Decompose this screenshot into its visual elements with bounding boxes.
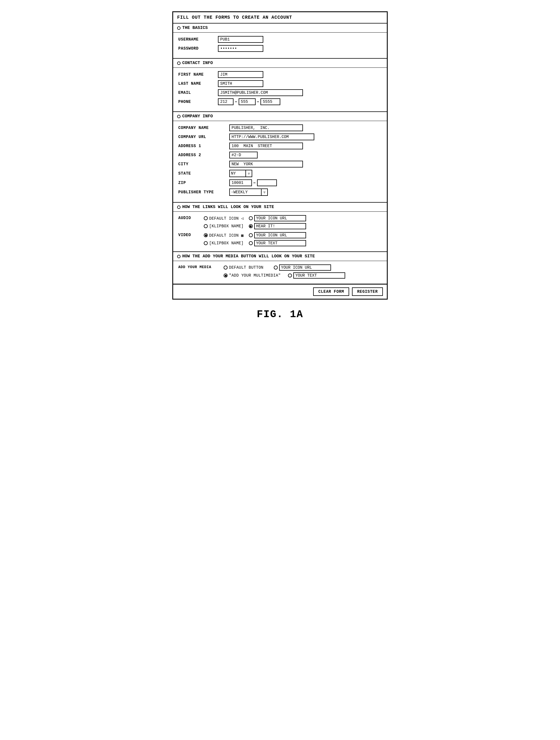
state-select-wrapper[interactable]: NYCATXFL ▽ [229, 170, 252, 177]
section-label-links: HOW THE LINKS WILL LOOK ON YOUR SITE [182, 205, 274, 209]
section-label-company: COMPANY INFO [182, 114, 213, 119]
section-body-media-button: ADD YOUR MEDIA DEFAULT BUTTON [173, 261, 387, 284]
section-radio-company [177, 115, 181, 118]
company-url-label: COMPANY URL [178, 134, 229, 139]
phone-row: PHONE – – [178, 98, 382, 105]
video-klipbox-radio[interactable] [204, 241, 208, 245]
lastname-input[interactable] [218, 80, 263, 87]
section-header-contact: CONTACT INFO [173, 59, 387, 68]
video-options: DEFAULT ICON ▦ [KLIPBOX NAME] [204, 232, 306, 246]
register-button[interactable]: REGISTER [352, 287, 383, 296]
zip-row: ZIP – [178, 179, 382, 186]
section-media-button: HOW THE ADD YOUR MEDIA BUTTON WILL LOOK … [173, 252, 387, 284]
video-option-row-1: DEFAULT ICON ▦ [204, 232, 306, 238]
media-icon-url-radio[interactable] [274, 266, 278, 270]
state-row: STATE NYCATXFL ▽ [178, 170, 382, 177]
lastname-row: LAST NAME [178, 80, 382, 87]
section-links: HOW THE LINKS WILL LOOK ON YOUR SITE AUD… [173, 203, 387, 252]
address1-label: ADDRESS 1 [178, 144, 229, 148]
audio-options: DEFAULT ICON ◁ [KLIPBOX NAME] [204, 215, 306, 229]
city-label: CITY [178, 162, 229, 166]
address2-row: ADDRESS 2 [178, 152, 382, 159]
email-label: EMAIL [178, 90, 218, 95]
username-row: USERNAME [178, 36, 382, 43]
audio-hear-it-radio[interactable] [249, 224, 253, 228]
state-select[interactable]: NYCATXFL [230, 171, 246, 176]
audio-klipbox-option[interactable]: [KLIPBOX NAME] [204, 224, 244, 228]
city-input[interactable] [229, 161, 303, 168]
audio-default-option[interactable]: DEFAULT ICON ◁ [204, 216, 244, 221]
media-option-row-1: DEFAULT BUTTON [223, 264, 345, 271]
company-name-label: COMPANY NAME [178, 125, 229, 130]
section-body-company: COMPANY NAME COMPANY URL ADDRESS 1 ADDRE… [173, 121, 387, 202]
section-header-media-button: HOW THE ADD YOUR MEDIA BUTTON WILL LOOK … [173, 252, 387, 261]
section-body-links: AUDIO DEFAULT ICON ◁ [173, 212, 387, 251]
phone-sep-1: – [235, 99, 238, 104]
section-company: COMPANY INFO COMPANY NAME COMPANY URL AD… [173, 112, 387, 203]
media-your-text-input[interactable] [293, 272, 345, 279]
state-dropdown-arrow: ▽ [246, 170, 252, 177]
publisher-type-select-wrapper[interactable]: -WEEKLYDAILYMONTHLY ▽ [229, 188, 268, 196]
video-icon-url-input[interactable] [254, 232, 306, 238]
section-radio-links [177, 205, 181, 209]
audio-row: AUDIO DEFAULT ICON ◁ [178, 215, 382, 229]
password-input[interactable] [218, 45, 263, 52]
video-default-radio[interactable] [204, 233, 208, 237]
audio-hear-it-option[interactable] [249, 223, 306, 229]
company-name-input[interactable] [229, 124, 303, 131]
video-your-text-input[interactable] [254, 240, 306, 246]
media-option-row-2: "ADD YOUR MULTIMEDIA" [223, 272, 345, 279]
lastname-label: LAST NAME [178, 81, 218, 86]
phone-mid-input[interactable] [239, 98, 256, 105]
media-default-option[interactable]: DEFAULT BUTTON [223, 265, 264, 270]
audio-icon-url-radio[interactable] [249, 216, 253, 220]
section-label-media-button: HOW THE ADD YOUR MEDIA BUTTON WILL LOOK … [182, 254, 315, 259]
media-add-multi-radio[interactable] [223, 274, 227, 277]
video-icon-url-radio[interactable] [249, 233, 253, 237]
state-label: STATE [178, 171, 229, 176]
video-icon-url-option[interactable] [249, 232, 306, 238]
phone-area-input[interactable] [218, 98, 234, 105]
add-media-row: ADD YOUR MEDIA DEFAULT BUTTON [178, 264, 382, 279]
audio-default-radio[interactable] [204, 216, 208, 220]
audio-klipbox-radio[interactable] [204, 224, 208, 228]
video-your-text-option[interactable] [249, 240, 306, 246]
section-contact: CONTACT INFO FIRST NAME LAST NAME EMAIL … [173, 59, 387, 112]
audio-icon-url-option[interactable] [249, 215, 306, 221]
firstname-row: FIRST NAME [178, 71, 382, 78]
fig-label: FIG. 1A [172, 309, 388, 320]
media-add-multi-label: "ADD YOUR MULTIMEDIA" [229, 273, 281, 278]
zip-sep: – [253, 180, 256, 185]
section-header-links: HOW THE LINKS WILL LOOK ON YOUR SITE [173, 203, 387, 212]
section-label-contact: CONTACT INFO [182, 61, 213, 66]
audio-icon-url-input[interactable] [254, 215, 306, 221]
zip2-input[interactable] [257, 179, 277, 186]
media-icon-url-input[interactable] [279, 264, 331, 271]
media-default-radio[interactable] [223, 266, 227, 270]
video-your-text-radio[interactable] [249, 241, 253, 245]
section-label-basics: THE BASICS [182, 25, 208, 30]
zip-input[interactable] [229, 179, 252, 186]
video-default-option[interactable]: DEFAULT ICON ▦ [204, 233, 244, 238]
phone-end-input[interactable] [261, 98, 280, 105]
email-input[interactable] [218, 89, 303, 96]
section-radio-contact [177, 62, 181, 65]
media-your-text-radio[interactable] [288, 274, 292, 277]
media-your-text-option[interactable] [288, 272, 345, 279]
video-klipbox-option[interactable]: [KLIPBOX NAME] [204, 241, 244, 246]
username-label: USERNAME [178, 37, 218, 42]
media-add-multi-option[interactable]: "ADD YOUR MULTIMEDIA" [223, 273, 281, 278]
address1-input[interactable] [229, 143, 303, 149]
add-media-options: DEFAULT BUTTON [223, 264, 345, 279]
address2-input[interactable] [229, 152, 258, 159]
section-basics: THE BASICS USERNAME PASSWORD [173, 23, 387, 59]
media-icon-url-option[interactable] [274, 264, 331, 271]
main-form: FILL OUT THE FORMS TO CREATE AN ACCOUNT … [172, 11, 388, 299]
publisher-type-dropdown-arrow: ▽ [261, 189, 267, 195]
firstname-input[interactable] [218, 71, 263, 78]
company-url-input[interactable] [229, 133, 314, 140]
username-input[interactable] [218, 36, 263, 43]
clear-form-button[interactable]: CLEAR FORM [313, 287, 349, 296]
publisher-type-select[interactable]: -WEEKLYDAILYMONTHLY [230, 189, 261, 195]
audio-hear-it-input[interactable] [254, 223, 306, 229]
